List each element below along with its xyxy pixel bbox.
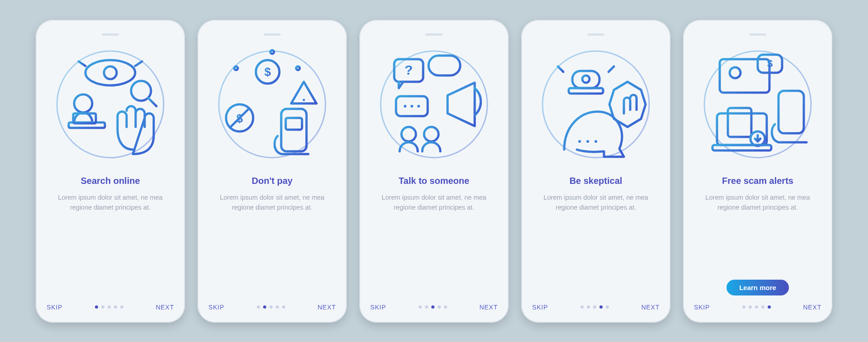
be-skeptical-icon bbox=[537, 46, 655, 163]
svg-point-33 bbox=[410, 105, 413, 108]
screen-body: Lorem ipsum dolor sit amet, ne mea regio… bbox=[370, 192, 498, 304]
page-dot[interactable] bbox=[593, 305, 596, 309]
next-button[interactable]: NEXT bbox=[317, 304, 336, 311]
svg-point-40 bbox=[582, 75, 590, 83]
page-dot[interactable] bbox=[768, 305, 771, 309]
skip-button[interactable]: SKIP bbox=[208, 304, 224, 311]
page-dot[interactable] bbox=[108, 305, 111, 309]
next-button[interactable]: NEXT bbox=[803, 304, 821, 311]
svg-point-15 bbox=[234, 66, 238, 70]
page-dot[interactable] bbox=[580, 305, 584, 309]
talk-to-someone-icon: ? bbox=[375, 46, 493, 163]
svg-point-36 bbox=[424, 127, 439, 141]
svg-point-34 bbox=[417, 105, 420, 108]
free-scam-alerts-icon: $ bbox=[699, 46, 816, 163]
phone-speaker bbox=[587, 33, 604, 36]
search-online-icon bbox=[52, 46, 169, 163]
onboarding-nav: SKIP NEXT bbox=[532, 304, 660, 311]
svg-point-17 bbox=[296, 66, 300, 70]
page-dot[interactable] bbox=[419, 305, 422, 309]
onboarding-phone-1: Search online Lorem ipsum dolor sit amet… bbox=[36, 20, 185, 323]
svg-point-2 bbox=[104, 66, 117, 79]
screen-title: Don't pay bbox=[252, 176, 292, 186]
learn-more-button[interactable]: Learn more bbox=[726, 280, 789, 295]
page-dot[interactable] bbox=[95, 305, 98, 309]
page-dot[interactable] bbox=[761, 305, 764, 309]
screen-title: Talk to someone bbox=[399, 176, 469, 186]
onboarding-nav: SKIP NEXT bbox=[208, 304, 336, 311]
page-dot[interactable] bbox=[438, 305, 441, 309]
svg-line-42 bbox=[609, 66, 614, 72]
onboarding-phone-3: ? Talk to someone Lorem ipsum dolor sit … bbox=[359, 20, 509, 323]
screen-body: Lorem ipsum dolor sit amet, ne mea regio… bbox=[208, 192, 336, 304]
page-dot[interactable] bbox=[444, 305, 447, 309]
svg-rect-26 bbox=[286, 118, 302, 130]
screen-title: Free scam alerts bbox=[722, 176, 793, 186]
screen-body: Lorem ipsum dolor sit amet, ne mea regio… bbox=[47, 192, 174, 304]
onboarding-nav: SKIP NEXT bbox=[47, 304, 174, 311]
page-dots bbox=[257, 305, 285, 309]
skip-button[interactable]: SKIP bbox=[694, 304, 710, 311]
screen-title: Search online bbox=[80, 176, 140, 186]
svg-point-8 bbox=[74, 94, 92, 112]
skip-button[interactable]: SKIP bbox=[47, 304, 62, 311]
page-dot[interactable] bbox=[755, 305, 758, 309]
page-dot[interactable] bbox=[431, 305, 434, 309]
svg-point-50 bbox=[594, 140, 597, 143]
svg-rect-52 bbox=[720, 59, 769, 93]
onboarding-phone-4: Be skeptical Lorem ipsum dolor sit amet,… bbox=[521, 20, 670, 323]
dont-pay-icon: $ $ bbox=[213, 46, 331, 163]
phone-speaker bbox=[102, 33, 119, 36]
page-dots bbox=[742, 305, 771, 309]
svg-point-21 bbox=[303, 98, 305, 101]
svg-rect-39 bbox=[569, 88, 603, 94]
page-dot[interactable] bbox=[120, 305, 123, 309]
page-dot[interactable] bbox=[269, 305, 273, 309]
page-dot[interactable] bbox=[425, 305, 428, 309]
page-dots bbox=[580, 305, 609, 309]
svg-point-19 bbox=[270, 50, 274, 54]
page-dot[interactable] bbox=[257, 305, 260, 309]
onboarding-phone-5: $ Free scam alerts Lorem ipsum dolor sit… bbox=[683, 20, 832, 323]
page-dots bbox=[419, 305, 447, 309]
page-dot[interactable] bbox=[276, 305, 279, 309]
screen-body: Lorem ipsum dolor sit amet, ne mea regio… bbox=[694, 192, 821, 280]
skip-button[interactable]: SKIP bbox=[532, 304, 548, 311]
svg-point-32 bbox=[404, 105, 406, 108]
next-button[interactable]: NEXT bbox=[641, 304, 660, 311]
svg-point-54 bbox=[730, 67, 741, 78]
svg-rect-38 bbox=[572, 71, 599, 88]
page-dot[interactable] bbox=[263, 305, 266, 309]
svg-line-41 bbox=[558, 66, 563, 72]
svg-point-46 bbox=[578, 140, 581, 143]
page-dot[interactable] bbox=[114, 305, 117, 309]
page-dot[interactable] bbox=[599, 305, 603, 309]
page-dot[interactable] bbox=[101, 305, 104, 309]
next-button[interactable]: NEXT bbox=[156, 304, 174, 311]
page-dot[interactable] bbox=[742, 305, 745, 309]
svg-text:$: $ bbox=[767, 58, 773, 69]
svg-rect-30 bbox=[429, 56, 460, 75]
onboarding-nav: SKIP NEXT bbox=[694, 304, 821, 311]
page-dot[interactable] bbox=[606, 305, 609, 309]
phone-speaker bbox=[749, 33, 766, 36]
svg-text:$: $ bbox=[264, 65, 271, 79]
screen-title: Be skeptical bbox=[570, 176, 623, 186]
svg-line-4 bbox=[135, 61, 142, 66]
phone-speaker bbox=[425, 33, 443, 36]
svg-rect-67 bbox=[712, 145, 771, 150]
next-button[interactable]: NEXT bbox=[479, 304, 498, 311]
svg-line-7 bbox=[148, 98, 156, 106]
svg-text:?: ? bbox=[405, 62, 413, 77]
svg-point-48 bbox=[586, 140, 589, 143]
page-dot[interactable] bbox=[282, 305, 285, 309]
svg-line-3 bbox=[79, 61, 85, 66]
page-dot[interactable] bbox=[587, 305, 590, 309]
skip-button[interactable]: SKIP bbox=[370, 304, 386, 311]
phone-speaker bbox=[264, 33, 281, 36]
page-dots bbox=[95, 305, 123, 309]
svg-point-1 bbox=[85, 60, 135, 85]
page-dot[interactable] bbox=[749, 305, 752, 309]
svg-point-35 bbox=[401, 127, 416, 141]
screen-body: Lorem ipsum dolor sit amet, ne mea regio… bbox=[532, 192, 660, 304]
